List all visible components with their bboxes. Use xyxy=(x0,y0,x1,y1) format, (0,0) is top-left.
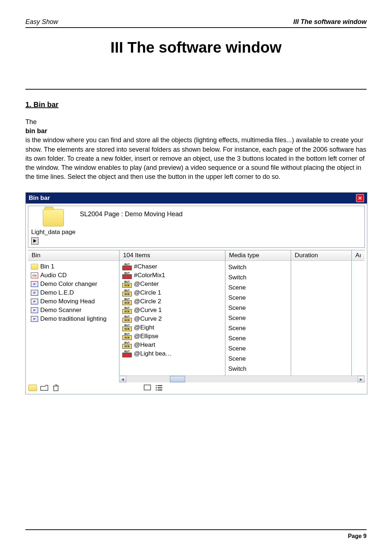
bin-row[interactable]: PDemo Color changer xyxy=(31,280,116,288)
items-header[interactable]: 104 Items xyxy=(119,250,225,261)
item-row[interactable]: BUTSCE@Curve 2 xyxy=(122,315,222,323)
bin-label: Demo Moving Head xyxy=(40,298,95,305)
view-list-button[interactable] xyxy=(154,384,164,392)
bin-header[interactable]: Bin xyxy=(28,250,119,261)
item-label: #Chaser xyxy=(134,263,157,270)
window-bottombar xyxy=(28,384,365,392)
p-icon: P xyxy=(31,307,38,313)
item-row[interactable]: BUTSCE@Curve 1 xyxy=(122,306,222,315)
item-label: @Curve 2 xyxy=(134,315,162,323)
bin-row[interactable]: PDemo traditional lighting xyxy=(31,315,116,323)
horizontal-scrollbar[interactable]: ◀ ▶ xyxy=(119,376,365,382)
last-column: Aı ▲ ▼ xyxy=(352,250,365,376)
folder-label: Light_data page xyxy=(31,229,75,236)
item-label: #ColorMix1 xyxy=(134,272,165,279)
duration-cell xyxy=(294,364,348,374)
media-column: Media type SwitchSwitchSceneSceneSceneSc… xyxy=(225,250,291,376)
bin-label: Demo Color changer xyxy=(40,280,97,288)
but-red-icon: BUT xyxy=(122,263,132,270)
scroll-left-icon[interactable]: ◀ xyxy=(119,376,126,382)
text-rest: is the window where you can find and sto… xyxy=(25,136,366,180)
bin-row[interactable]: PDemo Scanner xyxy=(31,306,116,315)
svg-rect-0 xyxy=(144,385,151,390)
bin-row[interactable]: PDemo Moving Head xyxy=(31,297,116,306)
media-cell: Scene xyxy=(228,323,288,333)
page-label: SL2004 Page : Demo Moving Head xyxy=(80,210,183,218)
item-label: @Eight xyxy=(134,324,154,331)
item-row[interactable]: BUT@Light bea… xyxy=(122,349,222,358)
item-label: @Heart xyxy=(134,341,155,349)
view-icons-button[interactable] xyxy=(143,384,152,392)
bin-row[interactable]: CDAudio CD xyxy=(31,271,116,280)
item-row[interactable]: BUTSCE@Ellipse xyxy=(122,332,222,341)
bin-row[interactable]: PDemo L.E.D xyxy=(31,288,116,297)
play-button[interactable] xyxy=(31,237,38,245)
media-cell: Scene xyxy=(228,313,288,323)
duration-cell xyxy=(294,272,348,283)
media-cell: Scene xyxy=(228,303,288,313)
folder-icon xyxy=(31,264,38,270)
bin-label: Demo traditional lighting xyxy=(40,315,106,323)
p-icon: P xyxy=(31,299,38,304)
media-cell: Scene xyxy=(228,333,288,344)
folder-icon xyxy=(43,209,64,226)
page-number: Page 9 xyxy=(25,533,367,539)
but-yel-icon: BUTSCE xyxy=(122,298,132,305)
text-the: The xyxy=(25,118,37,126)
but-yel-icon: BUTSCE xyxy=(122,289,132,296)
footer-rule xyxy=(25,529,367,530)
header-left: Easy Show xyxy=(25,18,58,26)
bin-label: Demo L.E.D xyxy=(40,289,74,296)
item-label: @Curve 1 xyxy=(134,307,162,314)
item-row[interactable]: BUTSCE@Eight xyxy=(122,323,222,332)
window-top-panel: Light_data page SL2004 Page : Demo Movin… xyxy=(28,206,365,248)
bin-column: Bin Bin 1CDAudio CDPDemo Color changerPD… xyxy=(28,250,119,376)
bottom-view-buttons xyxy=(143,384,164,392)
duration-cell xyxy=(294,313,348,323)
but-yel-icon: BUTSCE xyxy=(122,280,132,288)
page-title: III The software window xyxy=(25,39,367,56)
bin-label: Audio CD xyxy=(40,272,67,279)
text-binbar: bin bar xyxy=(25,127,47,135)
duration-cell xyxy=(294,262,348,272)
open-button[interactable] xyxy=(40,384,49,392)
item-row[interactable]: BUTSCE@Circle 2 xyxy=(122,297,222,306)
duration-cell xyxy=(294,333,348,344)
scroll-thumb[interactable] xyxy=(170,376,185,382)
bin-row[interactable]: Bin 1 xyxy=(31,262,116,271)
media-cell: Switch xyxy=(228,364,288,374)
item-row[interactable]: BUT#Chaser xyxy=(122,262,222,271)
last-header[interactable]: Aı xyxy=(352,250,365,261)
duration-cell xyxy=(294,283,348,293)
duration-column: Duration xyxy=(291,250,352,376)
media-cell: Scene xyxy=(228,283,288,293)
scroll-right-icon[interactable]: ▶ xyxy=(358,376,365,382)
media-header[interactable]: Media type xyxy=(225,250,291,261)
items-column: 104 Items BUT#ChaserBUT#ColorMix1BUTSCE@… xyxy=(119,250,225,376)
bottom-left-buttons xyxy=(28,384,61,392)
delete-button[interactable] xyxy=(51,384,61,392)
media-cell: Switch xyxy=(228,272,288,283)
item-label: @Circle 1 xyxy=(134,289,161,296)
duration-header[interactable]: Duration xyxy=(291,250,351,261)
cd-icon: CD xyxy=(31,272,38,278)
new-folder-button[interactable] xyxy=(28,384,37,392)
bin-label: Demo Scanner xyxy=(40,307,81,314)
play-icon xyxy=(33,239,36,243)
section-heading: 1. Bin bar xyxy=(25,100,367,109)
item-row[interactable]: BUTSCE@Heart xyxy=(122,341,222,349)
media-cell: Scene xyxy=(228,344,288,354)
window-titlebar: Bin bar ✕ xyxy=(26,193,367,204)
but-yel-icon: BUTSCE xyxy=(122,324,132,331)
bin-label: Bin 1 xyxy=(40,263,54,270)
duration-cell xyxy=(294,354,348,364)
item-row[interactable]: BUT#ColorMix1 xyxy=(122,271,222,280)
close-icon[interactable]: ✕ xyxy=(356,194,364,202)
duration-cell xyxy=(294,323,348,333)
p-icon: P xyxy=(31,290,38,296)
but-red-icon: BUT xyxy=(122,272,132,279)
item-row[interactable]: BUTSCE@Center xyxy=(122,280,222,288)
item-label: @Light bea… xyxy=(134,350,172,357)
but-yel-icon: BUTSCE xyxy=(122,341,132,349)
item-row[interactable]: BUTSCE@Circle 1 xyxy=(122,288,222,297)
